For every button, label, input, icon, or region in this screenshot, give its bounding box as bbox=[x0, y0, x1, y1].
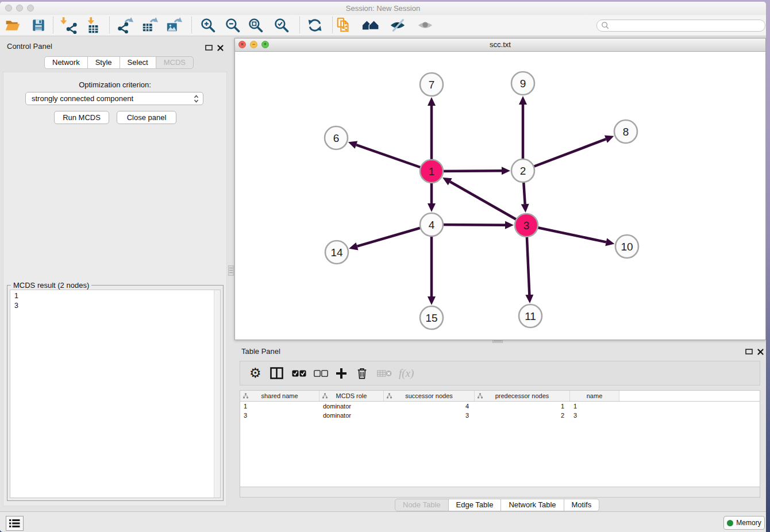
hide-graphics-details-icon[interactable] bbox=[389, 17, 406, 34]
add-column-icon[interactable] bbox=[336, 361, 347, 385]
svg-text:7: 7 bbox=[429, 79, 435, 91]
show-graphics-details-icon[interactable] bbox=[417, 17, 434, 34]
open-session-icon[interactable] bbox=[4, 17, 21, 34]
split-panel-icon[interactable] bbox=[270, 361, 283, 385]
delete-column-icon[interactable] bbox=[356, 361, 368, 385]
toolbar-separator bbox=[109, 17, 110, 33]
tab-node-table[interactable]: Node Table bbox=[395, 499, 449, 511]
node-table: shared nameMCDS rolesuccessor nodesprede… bbox=[240, 390, 760, 487]
table-cell[interactable]: 3 bbox=[384, 411, 475, 420]
mcds-result-text-area[interactable]: 1 3 bbox=[10, 290, 221, 498]
import-network-icon[interactable] bbox=[60, 17, 78, 34]
table-cell[interactable]: 4 bbox=[384, 402, 475, 411]
table-header-row: shared nameMCDS rolesuccessor nodesprede… bbox=[240, 391, 760, 402]
home-views-icon[interactable] bbox=[362, 17, 379, 34]
zoom-selected-icon[interactable] bbox=[273, 17, 290, 34]
control-panel-tabs: Network Style Select MCDS bbox=[44, 56, 194, 69]
refresh-view-icon[interactable] bbox=[306, 17, 324, 34]
graph-node-11[interactable]: 11 bbox=[519, 304, 542, 327]
table-row[interactable]: 1dominator411 bbox=[240, 402, 760, 411]
column-header-name[interactable]: name bbox=[570, 391, 619, 401]
graph-edge-4-3[interactable] bbox=[432, 221, 514, 229]
deselect-all-columns-icon[interactable] bbox=[314, 361, 328, 385]
mcds-result-title: MCDS result (2 nodes) bbox=[11, 281, 91, 290]
svg-text:9: 9 bbox=[520, 78, 526, 90]
table-cell[interactable]: 3 bbox=[240, 411, 319, 420]
result-scrollbar[interactable] bbox=[214, 290, 220, 498]
graph-edge-3-10[interactable] bbox=[526, 225, 614, 246]
table-cell[interactable]: 2 bbox=[475, 411, 570, 420]
search-field bbox=[596, 20, 765, 32]
graph-edge-1-6[interactable] bbox=[348, 141, 432, 171]
graph-edge-2-8[interactable] bbox=[523, 136, 614, 171]
tab-motifs[interactable]: Motifs bbox=[564, 499, 600, 511]
function-builder-icon[interactable]: f(x) bbox=[399, 361, 414, 385]
graph-node-1[interactable]: 1 bbox=[420, 160, 443, 183]
graph-node-10[interactable]: 10 bbox=[615, 235, 638, 258]
table-settings-icon[interactable]: ⚙ bbox=[249, 361, 261, 385]
splitter-grip[interactable] bbox=[228, 265, 234, 276]
tab-edge-table[interactable]: Edge Table bbox=[448, 499, 502, 511]
memory-label: Memory bbox=[736, 519, 761, 527]
export-network-icon[interactable] bbox=[117, 17, 134, 34]
network-window-titlebar[interactable]: × − + scc.txt bbox=[235, 38, 765, 52]
close-panel-icon[interactable] bbox=[757, 347, 764, 357]
graph-node-2[interactable]: 2 bbox=[511, 159, 534, 182]
delete-table-icon[interactable] bbox=[377, 361, 392, 385]
table-horizontal-scrollbar[interactable] bbox=[240, 487, 760, 498]
graph-node-6[interactable]: 6 bbox=[325, 126, 348, 149]
tab-network[interactable]: Network bbox=[44, 56, 88, 69]
float-panel-icon[interactable] bbox=[745, 347, 753, 357]
list-icon bbox=[9, 519, 20, 528]
save-session-icon[interactable] bbox=[30, 17, 47, 34]
graph-canvas[interactable]: 7968124314101511 bbox=[236, 51, 765, 339]
graph-node-3[interactable]: 3 bbox=[515, 214, 538, 237]
tab-network-table[interactable]: Network Table bbox=[500, 499, 564, 511]
column-header-successor-nodes[interactable]: successor nodes bbox=[384, 391, 475, 401]
graph-node-9[interactable]: 9 bbox=[511, 72, 534, 95]
table-cell[interactable]: dominator bbox=[319, 411, 384, 420]
zoom-out-icon[interactable] bbox=[224, 17, 241, 34]
graph-node-14[interactable]: 14 bbox=[325, 241, 348, 264]
column-header-MCDS-role[interactable]: MCDS role bbox=[319, 391, 384, 401]
zoom-fit-icon[interactable] bbox=[247, 17, 264, 34]
table-cell[interactable]: 1 bbox=[475, 402, 570, 411]
graph-node-7[interactable]: 7 bbox=[420, 73, 443, 96]
task-history-button[interactable] bbox=[6, 516, 24, 531]
graph-edge-4-14[interactable] bbox=[349, 225, 432, 250]
tab-style[interactable]: Style bbox=[87, 56, 120, 69]
criterion-value: strongly connected component bbox=[26, 94, 194, 103]
table-cell[interactable]: 1 bbox=[240, 402, 319, 411]
criterion-select[interactable]: strongly connected component bbox=[25, 92, 203, 105]
memory-button[interactable]: Memory bbox=[723, 516, 765, 530]
select-all-columns-icon[interactable] bbox=[292, 361, 306, 385]
float-panel-icon[interactable] bbox=[205, 43, 213, 53]
result-line: 1 bbox=[10, 291, 220, 301]
run-mcds-button[interactable]: Run MCDS bbox=[54, 111, 109, 124]
graph-node-8[interactable]: 8 bbox=[614, 120, 637, 143]
graph-edge-3-1[interactable] bbox=[442, 178, 526, 225]
zoom-in-icon[interactable] bbox=[199, 17, 217, 34]
app-titlebar: Session: New Session bbox=[0, 2, 766, 16]
tab-select[interactable]: Select bbox=[120, 56, 156, 69]
close-panel-icon[interactable] bbox=[217, 43, 224, 53]
search-input[interactable] bbox=[610, 21, 765, 30]
import-table-icon[interactable] bbox=[84, 17, 102, 34]
svg-text:4: 4 bbox=[429, 219, 435, 231]
graph-node-4[interactable]: 4 bbox=[420, 213, 443, 236]
table-cell[interactable]: 1 bbox=[570, 402, 619, 411]
export-table-icon[interactable] bbox=[141, 17, 159, 34]
export-image-icon[interactable] bbox=[165, 17, 183, 34]
optimization-criterion-label: Optimization criterion: bbox=[3, 80, 226, 89]
network-view-window: × − + scc.txt 7968124314101511 bbox=[234, 38, 766, 340]
tab-mcds[interactable]: MCDS bbox=[156, 56, 194, 69]
column-header-shared-name[interactable]: shared name bbox=[240, 391, 319, 401]
column-header-predecessor-nodes[interactable]: predecessor nodes bbox=[475, 391, 570, 401]
table-cell[interactable]: dominator bbox=[319, 402, 384, 411]
table-cell[interactable]: 3 bbox=[570, 411, 619, 420]
close-panel-button[interactable]: Close panel bbox=[117, 111, 176, 124]
result-line: 3 bbox=[10, 301, 220, 311]
table-row[interactable]: 3dominator323 bbox=[240, 411, 760, 420]
graph-node-15[interactable]: 15 bbox=[420, 306, 443, 329]
copy-network-icon[interactable] bbox=[335, 17, 352, 34]
